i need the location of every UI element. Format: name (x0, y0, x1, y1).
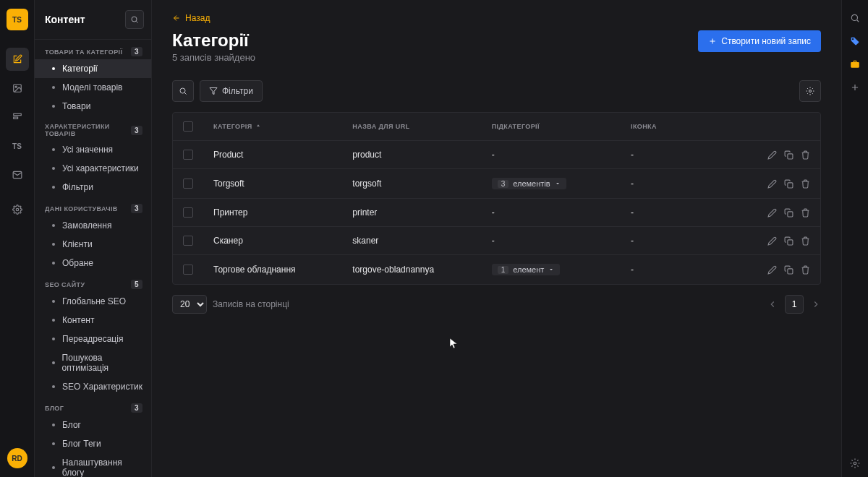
svg-point-5 (16, 208, 19, 211)
table-row[interactable]: Productproduct-- (173, 141, 820, 169)
right-rail-tag[interactable] (850, 36, 860, 46)
edit-button[interactable] (767, 265, 777, 275)
chevron-left-icon (767, 299, 778, 309)
rail-ts[interactable]: TS (6, 134, 29, 158)
cell-url: product (352, 150, 491, 160)
row-checkbox[interactable] (183, 207, 193, 218)
svg-rect-3 (13, 117, 17, 119)
back-link[interactable]: Назад (172, 13, 210, 23)
rail-builder[interactable] (6, 106, 29, 129)
sidebar-item[interactable]: Налаштування блогу (35, 453, 151, 477)
col-url-name[interactable]: НАЗВА ДЛЯ URL (352, 123, 491, 130)
row-checkbox[interactable] (183, 265, 193, 275)
sidebar-section-head[interactable]: SEO САЙТУ5 (35, 272, 151, 292)
col-subcategories[interactable]: ПІДКАТЕГОРІЇ (492, 123, 631, 130)
table-row[interactable]: Торгове обладнанняtorgove-obladnannya1ел… (173, 255, 820, 284)
edit-button[interactable] (767, 208, 777, 218)
sidebar-item[interactable]: Фільтри (35, 178, 151, 197)
row-checkbox[interactable] (183, 236, 193, 246)
sidebar: Контент ТОВАРИ ТА КАТЕГОРІЇ3КатегоріїМод… (35, 0, 152, 477)
filters-button[interactable]: Фільтри (200, 80, 263, 102)
per-page-select[interactable]: 20 (172, 295, 207, 314)
sidebar-item[interactable]: Моделі товарів (35, 78, 151, 97)
row-checkbox[interactable] (183, 179, 193, 189)
sidebar-section-head[interactable]: ДАНІ КОРИСТУВАЧІВ3 (35, 197, 151, 216)
svg-point-8 (809, 90, 812, 93)
page-subtitle: 5 записів знайдено (172, 52, 255, 63)
copy-icon (784, 236, 793, 246)
rail-settings[interactable] (6, 198, 29, 221)
cell-icon: - (631, 207, 738, 218)
sort-asc-icon (255, 124, 261, 129)
plus-icon (708, 37, 717, 46)
table-row[interactable]: Torgsofttorgsoft3елементів - (173, 169, 820, 199)
right-rail-add[interactable] (850, 82, 860, 93)
sidebar-item[interactable]: Контент (35, 311, 151, 330)
avatar[interactable]: RD (7, 448, 27, 468)
copy-button[interactable] (784, 236, 793, 246)
sidebar-item[interactable]: Переадресація (35, 330, 151, 348)
right-rail-folder[interactable] (850, 59, 860, 69)
sidebar-section-head[interactable]: ХАРАКТЕРИСТИКИ ТОВАРІВ3 (35, 116, 151, 140)
rail-content[interactable] (6, 48, 29, 71)
page-number[interactable]: 1 (785, 295, 804, 314)
plus-icon (850, 82, 860, 93)
sidebar-item[interactable]: Блог (35, 416, 151, 434)
row-checkbox[interactable] (183, 150, 193, 160)
sidebar-item[interactable]: Товари (35, 97, 151, 116)
table-settings-button[interactable] (799, 80, 821, 102)
create-entry-button[interactable]: Створити новий запис (698, 30, 821, 52)
sidebar-item[interactable]: Блог Теги (35, 434, 151, 453)
col-icon[interactable]: ІКОНКА (631, 123, 738, 130)
col-category[interactable]: КАТЕГОРІЯ (213, 123, 352, 130)
prev-page[interactable] (767, 299, 778, 309)
rail-media[interactable] (6, 77, 29, 100)
app-logo[interactable]: TS (7, 9, 28, 30)
copy-button[interactable] (784, 150, 793, 160)
right-rail-settings[interactable] (850, 458, 860, 468)
sidebar-item[interactable]: Пошукова оптимізація (35, 348, 151, 377)
data-table: КАТЕГОРІЯ НАЗВА ДЛЯ URL ПІДКАТЕГОРІЇ ІКО… (172, 112, 821, 285)
gear-icon (850, 458, 860, 468)
table-search-button[interactable] (172, 80, 194, 102)
delete-button[interactable] (801, 150, 810, 160)
cell-subcategories: - (492, 150, 631, 160)
sidebar-item[interactable]: SEO Характеристик (35, 377, 151, 396)
copy-button[interactable] (784, 208, 793, 218)
copy-button[interactable] (784, 179, 793, 189)
sidebar-item[interactable]: Категорії (35, 59, 151, 78)
tag-icon (850, 36, 860, 46)
delete-button[interactable] (801, 208, 810, 218)
delete-button[interactable] (801, 265, 810, 275)
sidebar-search-button[interactable] (125, 10, 144, 29)
sidebar-item[interactable]: Клієнти (35, 235, 151, 254)
sidebar-section-head[interactable]: БЛОГ3 (35, 396, 151, 416)
svg-rect-10 (788, 182, 793, 187)
sidebar-item[interactable]: Глобальне SEO (35, 292, 151, 311)
sidebar-item[interactable]: Усі значення (35, 140, 151, 159)
copy-icon (784, 150, 793, 160)
edit-button[interactable] (767, 236, 777, 246)
delete-button[interactable] (801, 179, 810, 189)
copy-button[interactable] (784, 265, 793, 275)
edit-button[interactable] (767, 150, 777, 160)
svg-point-6 (132, 17, 137, 22)
cell-url: torgove-obladnannya (352, 265, 491, 275)
table-row[interactable]: Сканерskaner-- (173, 227, 820, 255)
trash-icon (801, 236, 810, 246)
right-rail-search[interactable] (850, 13, 860, 23)
delete-button[interactable] (801, 236, 810, 246)
sidebar-item[interactable]: Усі характеристики (35, 159, 151, 178)
svg-point-15 (854, 462, 856, 465)
svg-point-7 (180, 88, 185, 93)
select-all-checkbox[interactable] (183, 121, 193, 132)
table-row[interactable]: Принтерprinter-- (173, 199, 820, 227)
sidebar-item[interactable]: Обране (35, 254, 151, 272)
cell-category: Принтер (213, 207, 352, 218)
next-page[interactable] (811, 299, 821, 309)
svg-point-14 (851, 14, 857, 20)
rail-mail[interactable] (6, 163, 29, 186)
edit-button[interactable] (767, 179, 777, 189)
sidebar-item[interactable]: Замовлення (35, 216, 151, 235)
sidebar-section-head[interactable]: ТОВАРИ ТА КАТЕГОРІЇ3 (35, 40, 151, 59)
